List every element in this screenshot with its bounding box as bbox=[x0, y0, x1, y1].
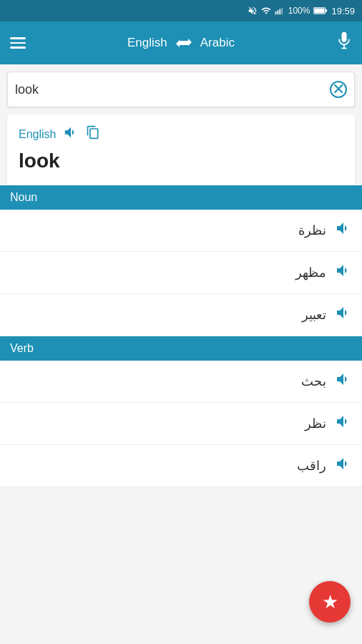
svg-rect-1 bbox=[277, 10, 278, 14]
target-lang-button[interactable]: Arabic bbox=[200, 36, 235, 50]
swap-languages-button[interactable] bbox=[175, 36, 193, 50]
svg-rect-6 bbox=[326, 9, 328, 11]
translation-row: تعبير bbox=[0, 294, 362, 336]
mute-icon bbox=[248, 6, 258, 16]
speak-translation-button[interactable] bbox=[335, 413, 352, 434]
result-word: look bbox=[19, 150, 343, 172]
nav-center: English Arabic bbox=[26, 36, 336, 50]
translation-row: نظر bbox=[0, 403, 362, 445]
source-lang-button[interactable]: English bbox=[127, 36, 167, 50]
signal-icon bbox=[275, 6, 285, 16]
time-display: 19:59 bbox=[331, 6, 355, 16]
svg-rect-3 bbox=[281, 8, 283, 14]
status-bar: 100% 19:59 bbox=[0, 0, 362, 21]
search-input[interactable] bbox=[15, 82, 330, 97]
nav-left bbox=[10, 37, 26, 49]
translation-row: راقب bbox=[0, 445, 362, 487]
result-card-header: English bbox=[19, 125, 343, 144]
arabic-text: مظهر bbox=[295, 265, 326, 280]
result-lang-label: English bbox=[19, 128, 56, 141]
arabic-text: بحث bbox=[301, 374, 326, 389]
speak-translation-button[interactable] bbox=[335, 262, 352, 283]
section-header-noun: Noun bbox=[0, 185, 362, 210]
result-card: English look bbox=[7, 114, 355, 185]
star-icon: ★ bbox=[322, 591, 338, 613]
arabic-text: نظر bbox=[305, 416, 326, 431]
arabic-text: راقب bbox=[297, 458, 326, 474]
wifi-icon bbox=[261, 6, 271, 16]
speak-translation-button[interactable] bbox=[335, 220, 352, 241]
speak-translation-button[interactable] bbox=[335, 455, 352, 477]
search-box: ✕ bbox=[7, 72, 355, 107]
battery-text: 100% bbox=[288, 6, 310, 16]
translation-row: مظهر bbox=[0, 252, 362, 294]
arabic-text: تعبير bbox=[302, 307, 326, 323]
speak-source-button[interactable] bbox=[63, 125, 79, 144]
nav-bar: English Arabic bbox=[0, 21, 362, 64]
translation-row: نظرة bbox=[0, 210, 362, 252]
sections-container: Nounنظرة مظهر تعبير Verbبحث نظر راقب bbox=[0, 185, 362, 487]
favorite-fab-button[interactable]: ★ bbox=[309, 581, 351, 623]
svg-rect-7 bbox=[342, 32, 347, 42]
speak-translation-button[interactable] bbox=[335, 371, 352, 392]
svg-rect-2 bbox=[279, 9, 280, 15]
menu-button[interactable] bbox=[10, 37, 26, 49]
speak-translation-button[interactable] bbox=[335, 304, 352, 326]
arabic-text: نظرة bbox=[298, 223, 326, 238]
battery-icon bbox=[313, 6, 328, 15]
copy-button[interactable] bbox=[86, 125, 100, 143]
translation-row: بحث bbox=[0, 361, 362, 403]
status-icons: 100% 19:59 bbox=[248, 6, 355, 16]
microphone-button[interactable] bbox=[336, 31, 352, 55]
clear-button[interactable]: ✕ bbox=[330, 81, 347, 98]
section-header-verb: Verb bbox=[0, 336, 362, 361]
svg-rect-0 bbox=[275, 11, 276, 14]
svg-rect-5 bbox=[315, 9, 325, 13]
